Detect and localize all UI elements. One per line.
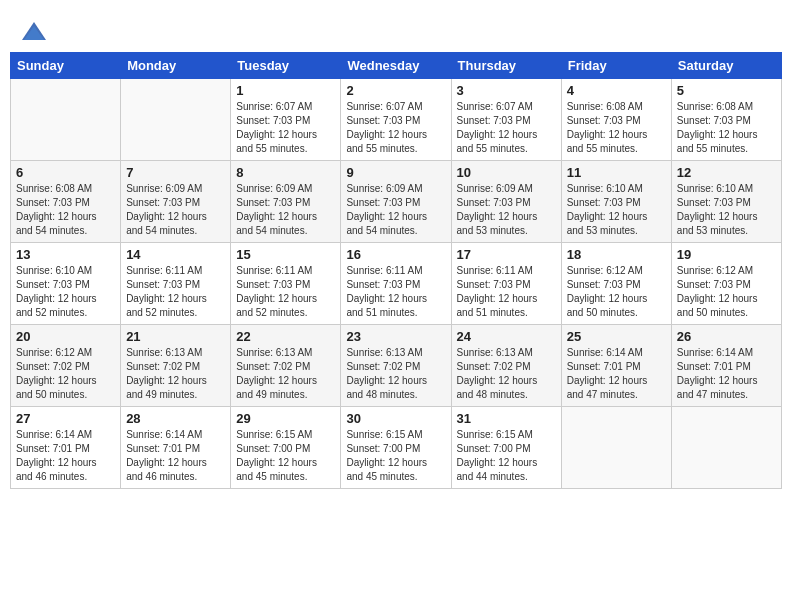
calendar-cell: 19Sunrise: 6:12 AM Sunset: 7:03 PM Dayli… — [671, 243, 781, 325]
day-number: 15 — [236, 247, 335, 262]
day-number: 20 — [16, 329, 115, 344]
day-header-monday: Monday — [121, 53, 231, 79]
day-number: 4 — [567, 83, 666, 98]
day-info: Sunrise: 6:07 AM Sunset: 7:03 PM Dayligh… — [457, 100, 556, 156]
calendar-cell: 29Sunrise: 6:15 AM Sunset: 7:00 PM Dayli… — [231, 407, 341, 489]
day-header-thursday: Thursday — [451, 53, 561, 79]
calendar-cell: 4Sunrise: 6:08 AM Sunset: 7:03 PM Daylig… — [561, 79, 671, 161]
day-info: Sunrise: 6:15 AM Sunset: 7:00 PM Dayligh… — [346, 428, 445, 484]
day-number: 23 — [346, 329, 445, 344]
day-info: Sunrise: 6:07 AM Sunset: 7:03 PM Dayligh… — [346, 100, 445, 156]
logo — [20, 18, 52, 46]
week-row-2: 6Sunrise: 6:08 AM Sunset: 7:03 PM Daylig… — [11, 161, 782, 243]
day-info: Sunrise: 6:09 AM Sunset: 7:03 PM Dayligh… — [236, 182, 335, 238]
calendar-cell — [671, 407, 781, 489]
calendar-cell: 2Sunrise: 6:07 AM Sunset: 7:03 PM Daylig… — [341, 79, 451, 161]
calendar-cell: 24Sunrise: 6:13 AM Sunset: 7:02 PM Dayli… — [451, 325, 561, 407]
week-row-3: 13Sunrise: 6:10 AM Sunset: 7:03 PM Dayli… — [11, 243, 782, 325]
day-info: Sunrise: 6:15 AM Sunset: 7:00 PM Dayligh… — [457, 428, 556, 484]
day-info: Sunrise: 6:09 AM Sunset: 7:03 PM Dayligh… — [346, 182, 445, 238]
calendar-cell: 26Sunrise: 6:14 AM Sunset: 7:01 PM Dayli… — [671, 325, 781, 407]
calendar-cell: 8Sunrise: 6:09 AM Sunset: 7:03 PM Daylig… — [231, 161, 341, 243]
calendar-table: SundayMondayTuesdayWednesdayThursdayFrid… — [10, 52, 782, 489]
page-header — [10, 10, 782, 52]
day-info: Sunrise: 6:11 AM Sunset: 7:03 PM Dayligh… — [126, 264, 225, 320]
day-info: Sunrise: 6:12 AM Sunset: 7:03 PM Dayligh… — [567, 264, 666, 320]
day-number: 6 — [16, 165, 115, 180]
day-number: 8 — [236, 165, 335, 180]
day-info: Sunrise: 6:14 AM Sunset: 7:01 PM Dayligh… — [16, 428, 115, 484]
calendar-header-row: SundayMondayTuesdayWednesdayThursdayFrid… — [11, 53, 782, 79]
day-info: Sunrise: 6:07 AM Sunset: 7:03 PM Dayligh… — [236, 100, 335, 156]
day-header-tuesday: Tuesday — [231, 53, 341, 79]
day-number: 19 — [677, 247, 776, 262]
day-number: 1 — [236, 83, 335, 98]
calendar-cell: 21Sunrise: 6:13 AM Sunset: 7:02 PM Dayli… — [121, 325, 231, 407]
day-number: 5 — [677, 83, 776, 98]
calendar-cell: 12Sunrise: 6:10 AM Sunset: 7:03 PM Dayli… — [671, 161, 781, 243]
day-number: 13 — [16, 247, 115, 262]
day-info: Sunrise: 6:14 AM Sunset: 7:01 PM Dayligh… — [677, 346, 776, 402]
day-info: Sunrise: 6:13 AM Sunset: 7:02 PM Dayligh… — [346, 346, 445, 402]
day-header-friday: Friday — [561, 53, 671, 79]
day-number: 24 — [457, 329, 556, 344]
calendar-cell: 23Sunrise: 6:13 AM Sunset: 7:02 PM Dayli… — [341, 325, 451, 407]
day-header-sunday: Sunday — [11, 53, 121, 79]
day-number: 30 — [346, 411, 445, 426]
day-info: Sunrise: 6:08 AM Sunset: 7:03 PM Dayligh… — [567, 100, 666, 156]
day-info: Sunrise: 6:11 AM Sunset: 7:03 PM Dayligh… — [236, 264, 335, 320]
calendar-cell: 22Sunrise: 6:13 AM Sunset: 7:02 PM Dayli… — [231, 325, 341, 407]
calendar-cell: 20Sunrise: 6:12 AM Sunset: 7:02 PM Dayli… — [11, 325, 121, 407]
day-number: 9 — [346, 165, 445, 180]
day-number: 17 — [457, 247, 556, 262]
calendar-cell: 1Sunrise: 6:07 AM Sunset: 7:03 PM Daylig… — [231, 79, 341, 161]
day-info: Sunrise: 6:09 AM Sunset: 7:03 PM Dayligh… — [126, 182, 225, 238]
day-number: 26 — [677, 329, 776, 344]
calendar-cell: 28Sunrise: 6:14 AM Sunset: 7:01 PM Dayli… — [121, 407, 231, 489]
calendar-cell: 27Sunrise: 6:14 AM Sunset: 7:01 PM Dayli… — [11, 407, 121, 489]
day-info: Sunrise: 6:11 AM Sunset: 7:03 PM Dayligh… — [346, 264, 445, 320]
calendar-cell: 10Sunrise: 6:09 AM Sunset: 7:03 PM Dayli… — [451, 161, 561, 243]
day-info: Sunrise: 6:08 AM Sunset: 7:03 PM Dayligh… — [16, 182, 115, 238]
day-info: Sunrise: 6:10 AM Sunset: 7:03 PM Dayligh… — [567, 182, 666, 238]
logo-icon — [20, 18, 48, 46]
day-number: 12 — [677, 165, 776, 180]
calendar-cell: 14Sunrise: 6:11 AM Sunset: 7:03 PM Dayli… — [121, 243, 231, 325]
day-info: Sunrise: 6:13 AM Sunset: 7:02 PM Dayligh… — [236, 346, 335, 402]
calendar-cell: 5Sunrise: 6:08 AM Sunset: 7:03 PM Daylig… — [671, 79, 781, 161]
day-info: Sunrise: 6:09 AM Sunset: 7:03 PM Dayligh… — [457, 182, 556, 238]
week-row-4: 20Sunrise: 6:12 AM Sunset: 7:02 PM Dayli… — [11, 325, 782, 407]
calendar-cell: 13Sunrise: 6:10 AM Sunset: 7:03 PM Dayli… — [11, 243, 121, 325]
day-info: Sunrise: 6:12 AM Sunset: 7:02 PM Dayligh… — [16, 346, 115, 402]
calendar-cell: 17Sunrise: 6:11 AM Sunset: 7:03 PM Dayli… — [451, 243, 561, 325]
day-number: 14 — [126, 247, 225, 262]
day-number: 2 — [346, 83, 445, 98]
day-header-wednesday: Wednesday — [341, 53, 451, 79]
week-row-1: 1Sunrise: 6:07 AM Sunset: 7:03 PM Daylig… — [11, 79, 782, 161]
calendar-cell: 25Sunrise: 6:14 AM Sunset: 7:01 PM Dayli… — [561, 325, 671, 407]
day-number: 16 — [346, 247, 445, 262]
calendar-cell — [121, 79, 231, 161]
day-info: Sunrise: 6:13 AM Sunset: 7:02 PM Dayligh… — [457, 346, 556, 402]
calendar-cell — [11, 79, 121, 161]
day-number: 3 — [457, 83, 556, 98]
day-info: Sunrise: 6:14 AM Sunset: 7:01 PM Dayligh… — [126, 428, 225, 484]
day-number: 11 — [567, 165, 666, 180]
day-info: Sunrise: 6:10 AM Sunset: 7:03 PM Dayligh… — [677, 182, 776, 238]
calendar-cell: 9Sunrise: 6:09 AM Sunset: 7:03 PM Daylig… — [341, 161, 451, 243]
calendar-cell: 3Sunrise: 6:07 AM Sunset: 7:03 PM Daylig… — [451, 79, 561, 161]
day-number: 7 — [126, 165, 225, 180]
day-number: 27 — [16, 411, 115, 426]
day-header-saturday: Saturday — [671, 53, 781, 79]
day-number: 31 — [457, 411, 556, 426]
calendar-cell — [561, 407, 671, 489]
day-info: Sunrise: 6:15 AM Sunset: 7:00 PM Dayligh… — [236, 428, 335, 484]
day-info: Sunrise: 6:08 AM Sunset: 7:03 PM Dayligh… — [677, 100, 776, 156]
calendar-cell: 30Sunrise: 6:15 AM Sunset: 7:00 PM Dayli… — [341, 407, 451, 489]
day-number: 29 — [236, 411, 335, 426]
day-info: Sunrise: 6:14 AM Sunset: 7:01 PM Dayligh… — [567, 346, 666, 402]
day-number: 10 — [457, 165, 556, 180]
calendar-cell: 7Sunrise: 6:09 AM Sunset: 7:03 PM Daylig… — [121, 161, 231, 243]
day-info: Sunrise: 6:10 AM Sunset: 7:03 PM Dayligh… — [16, 264, 115, 320]
day-number: 22 — [236, 329, 335, 344]
